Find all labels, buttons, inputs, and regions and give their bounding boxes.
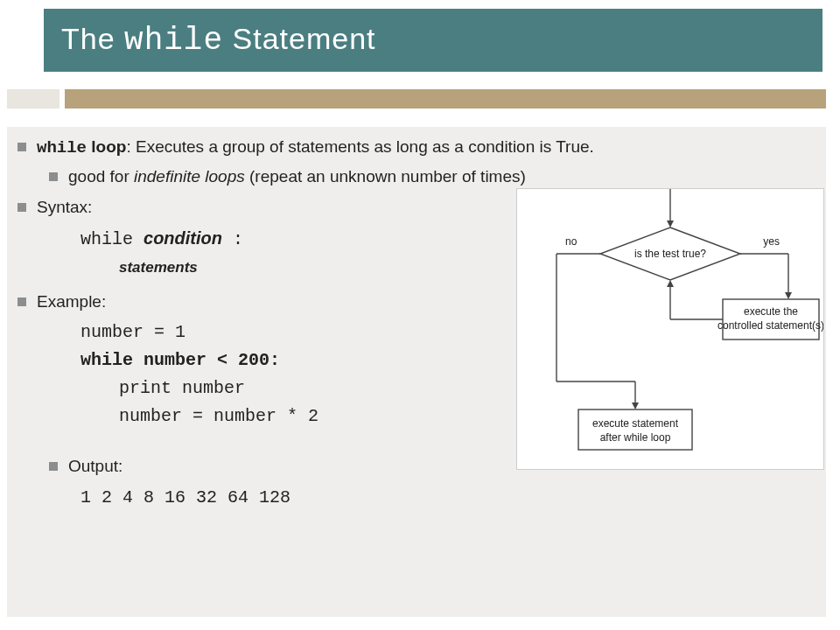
slide-title: The while Statement [61,22,376,59]
syntax-condition: condition [144,228,222,248]
output-label: Output: [68,457,122,475]
output-value: 1 2 4 8 16 32 64 128 [18,482,814,509]
square-bullet-icon [49,462,58,471]
flowchart-after-line2: after while loop [600,431,671,444]
body-panel: while loop: Executes a group of statemen… [7,127,826,617]
svg-marker-1 [667,220,674,228]
def-sub-post: (repeat an unknown number of times) [245,167,526,186]
flowchart-exec-line2: controlled statement(s) [718,319,823,332]
title-code: while [124,23,223,59]
syntax-while: while [80,229,144,249]
example-label: Example: [37,292,106,311]
slide-title-bar: The while Statement [44,9,822,72]
svg-marker-5 [785,292,792,299]
flowchart-svg: is the test true? yes execute the contro… [517,189,823,469]
square-bullet-icon [49,172,58,181]
flowchart-no-label: no [565,235,578,248]
bullet-definition-sub: good for indefinite loops (repeat an unk… [18,165,814,188]
flowchart-after-line1: execute statement [592,417,679,430]
flowchart-exec-line1: execute the [744,305,798,318]
svg-marker-9 [667,280,674,287]
square-bullet-icon [18,203,26,212]
def-sub-italic: indefinite loops [134,167,245,186]
flowchart-yes-label: yes [763,235,780,248]
def-sub-pre: good for [68,167,134,186]
accent-right [65,89,826,108]
syntax-label: Syntax: [37,198,92,216]
accent-row [0,89,840,108]
flowchart-diagram: is the test true? yes execute the contro… [516,188,824,470]
title-post: Statement [223,22,375,55]
square-bullet-icon [18,298,26,306]
flowchart-diamond-text: is the test true? [634,248,706,260]
title-pre: The [61,22,124,55]
syntax-colon: : [222,229,243,249]
def-rest: : Executes a group of statements as long… [126,137,593,156]
svg-rect-15 [578,410,692,450]
def-while-code: while [37,138,87,158]
square-bullet-icon [18,143,26,151]
svg-marker-14 [632,402,639,410]
bullet-definition: while loop: Executes a group of statemen… [18,136,814,160]
accent-left [7,89,60,108]
syntax-statements: statements [119,259,198,276]
def-loop-label: loop [87,137,126,156]
